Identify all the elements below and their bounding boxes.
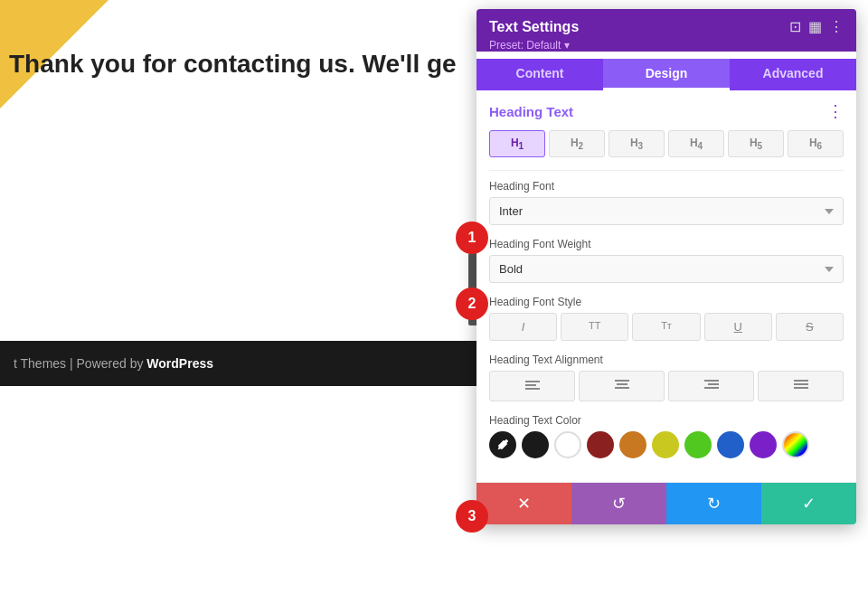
capitalize-button[interactable]: Tт (632, 313, 700, 341)
uppercase-button[interactable]: TT (561, 313, 628, 341)
h3-button[interactable]: H3 (609, 130, 665, 157)
h6-button[interactable]: H6 (788, 130, 844, 157)
panel-header-icons: ⊡ ▦ ⋮ (789, 18, 844, 35)
panel-body: Heading Text ⋮ H1 H2 H3 H4 H5 H6 Heading… (476, 90, 856, 482)
action-bar: ✕ ↺ ↻ ✓ (476, 482, 856, 524)
font-style-buttons: I TT Tт U S (489, 313, 844, 341)
align-justify-button[interactable] (758, 371, 844, 401)
heading-text-alignment-row: Heading Text Alignment (489, 354, 844, 401)
color-blue[interactable] (717, 431, 744, 458)
heading-font-style-row: Heading Font Style I TT Tт U S (489, 296, 844, 341)
section-more-icon[interactable]: ⋮ (827, 101, 844, 121)
panel-title: Text Settings (489, 19, 579, 35)
more-icon[interactable]: ⋮ (829, 18, 844, 35)
section-header: Heading Text ⋮ (489, 101, 844, 121)
alignment-buttons (489, 371, 844, 401)
undo-button[interactable]: ↺ (571, 483, 666, 524)
responsive-icon[interactable]: ⊡ (789, 18, 801, 35)
cancel-button[interactable]: ✕ (476, 483, 571, 524)
panel-header-top: Text Settings ⊡ ▦ ⋮ (489, 18, 844, 35)
tab-design[interactable]: Design (603, 59, 730, 90)
strikethrough-button[interactable]: S (776, 313, 844, 341)
divider-1 (489, 170, 844, 171)
footer-bar: t Themes | Powered by WordPress (0, 341, 479, 386)
color-custom[interactable] (782, 431, 809, 458)
redo-button[interactable]: ↻ (666, 483, 761, 524)
align-center-button[interactable] (579, 371, 665, 401)
page-background: Thank you for contacting us. We'll ge t … (0, 0, 479, 594)
step-badge-2: 2 (456, 288, 488, 320)
heading-font-weight-label: Heading Font Weight (489, 238, 844, 250)
color-eyedropper[interactable] (489, 431, 516, 458)
heading-font-row: Heading Font Inter (489, 180, 844, 225)
align-right-button[interactable] (668, 371, 754, 401)
heading-font-label: Heading Font (489, 180, 844, 193)
h4-button[interactable]: H4 (668, 130, 724, 157)
italic-button[interactable]: I (489, 313, 557, 341)
color-dark-red[interactable] (587, 431, 614, 458)
panel-tabs: Content Design Advanced (476, 59, 856, 90)
heading-font-style-label: Heading Font Style (489, 296, 844, 308)
heading-font-select[interactable]: Inter (489, 197, 844, 225)
page-heading: Thank you for contacting us. We'll ge (0, 50, 457, 79)
text-settings-panel: Text Settings ⊡ ▦ ⋮ Preset: Default ▾ Co… (476, 9, 856, 524)
heading-text-color-label: Heading Text Color (489, 414, 844, 427)
footer-text: t Themes | Powered by WordPress (14, 356, 213, 371)
color-yellow[interactable] (652, 431, 679, 458)
panel-preset[interactable]: Preset: Default ▾ (489, 39, 844, 52)
heading-text-color-row: Heading Text Color (489, 414, 844, 458)
heading-text-alignment-label: Heading Text Alignment (489, 354, 844, 366)
columns-icon[interactable]: ▦ (808, 18, 822, 35)
color-swatches (489, 431, 844, 458)
align-left-button[interactable] (489, 371, 575, 401)
color-black[interactable] (522, 431, 549, 458)
underline-button[interactable]: U (704, 313, 772, 341)
save-button[interactable]: ✓ (761, 483, 856, 524)
h2-button[interactable]: H2 (549, 130, 605, 157)
tab-content[interactable]: Content (476, 59, 603, 90)
step-badge-3: 3 (456, 500, 488, 533)
color-white[interactable] (554, 431, 581, 458)
tab-advanced[interactable]: Advanced (730, 59, 856, 90)
heading-levels: H1 H2 H3 H4 H5 H6 (489, 130, 844, 157)
step-badge-1: 1 (456, 222, 488, 254)
color-purple[interactable] (750, 431, 777, 458)
heading-font-weight-row: Heading Font Weight Bold (489, 238, 844, 283)
heading-font-weight-select[interactable]: Bold (489, 255, 844, 283)
panel-header: Text Settings ⊡ ▦ ⋮ Preset: Default ▾ (476, 9, 856, 52)
color-orange[interactable] (619, 431, 646, 458)
h1-button[interactable]: H1 (489, 130, 545, 157)
color-green[interactable] (684, 431, 712, 458)
section-title: Heading Text (489, 104, 573, 119)
h5-button[interactable]: H5 (728, 130, 784, 157)
footer-powered: WordPress (146, 356, 213, 371)
